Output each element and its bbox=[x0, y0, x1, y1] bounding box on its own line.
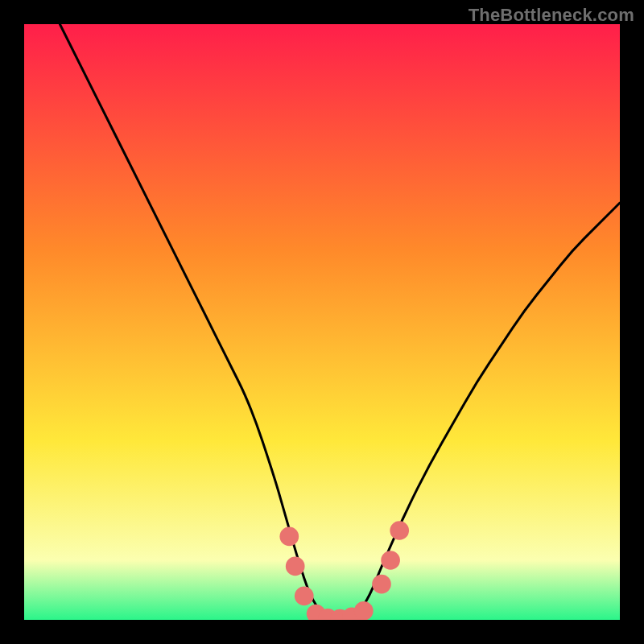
curve-marker bbox=[279, 527, 299, 547]
watermark-text: TheBottleneck.com bbox=[469, 5, 634, 26]
curve-marker bbox=[372, 575, 391, 594]
curve-marker bbox=[390, 521, 409, 540]
curve-marker bbox=[381, 551, 400, 570]
chart-svg bbox=[24, 24, 620, 620]
curve-marker bbox=[354, 601, 374, 620]
curve-marker bbox=[286, 557, 305, 576]
curve-marker bbox=[295, 587, 314, 606]
gradient-background bbox=[24, 24, 620, 620]
chart-frame bbox=[24, 24, 620, 620]
